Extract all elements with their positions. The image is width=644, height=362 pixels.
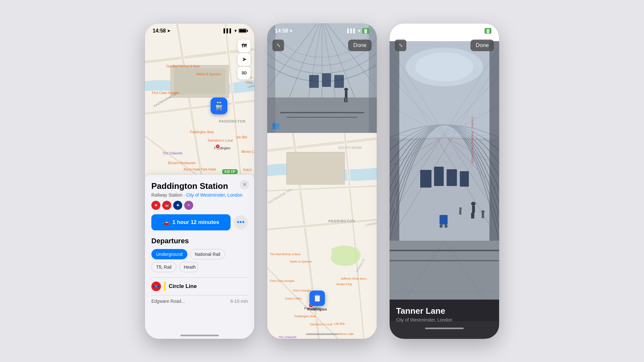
aqi-badge-1: AQI 19°: [222, 169, 238, 174]
place-name-1: Paddington Station: [151, 181, 248, 191]
filter-tabs-1: Underground National Rail TfL Rail Heath: [151, 249, 248, 272]
svg-text:TFL: TFL: [155, 285, 158, 287]
svg-rect-36: [346, 97, 347, 102]
ellipsis-icon-1: •••: [237, 218, 245, 226]
done-button-3[interactable]: Done: [470, 40, 494, 51]
map-area2-2[interactable]: PADDINGTON SOUTH WHAR EASTBOURNE TER. LO…: [267, 133, 377, 339]
svg-rect-35: [344, 97, 346, 102]
status-time-1: 14:58: [153, 28, 166, 34]
sv-person-icon-2: 👥: [272, 121, 280, 129]
svg-text:PADDINGTON: PADDINGTON: [328, 219, 355, 223]
bottom-caption-3: Tanner Lane City of Westminster, London: [390, 300, 499, 339]
station-pin-2[interactable]: 📋 Paddington: [309, 291, 325, 306]
badge-underground-1: ⊕: [151, 201, 160, 210]
svg-rect-74: [440, 215, 448, 225]
signal-icon-3: ▌▌▌: [470, 28, 479, 33]
directions-button-1[interactable]: 🚗 1 hour 12 minutes: [151, 214, 231, 230]
paddington-underground-marker: U: [215, 144, 220, 149]
svg-rect-71: [434, 167, 444, 186]
status-bar-2: 14:58 ➤ ▌▌▌ ▾ ▓: [267, 23, 377, 36]
phone-frame-1: 14:58 ➤ ▌▌▌ ▾: [145, 23, 254, 339]
departures-title-1: Departures: [151, 237, 248, 245]
location-button-1[interactable]: ➤: [238, 53, 251, 66]
svg-point-77: [471, 202, 476, 206]
transport-icons-1: ⊕ 🚌 ⊕ ✕: [151, 201, 248, 210]
badge-bus-1: 🚌: [162, 201, 171, 210]
wifi-icon-2: ▾: [358, 28, 360, 33]
wifi-icon-3: ▾: [480, 28, 483, 33]
location-arrow-3: ➤: [412, 29, 415, 33]
svg-rect-68: [390, 250, 499, 251]
svg-rect-34: [345, 91, 347, 97]
close-button-1[interactable]: ✕: [240, 180, 249, 190]
svg-rect-40: [287, 152, 345, 184]
circle-line-row: TFL Circle Line: [151, 277, 248, 295]
signal-icon-1: ▌▌▌: [223, 28, 232, 33]
svg-point-60: [415, 52, 473, 81]
location-arrow-1: ➤: [167, 29, 170, 33]
street-view-area-2[interactable]: ⤡ Done: [267, 23, 377, 133]
done-button-2[interactable]: Done: [348, 40, 372, 51]
svg-rect-38: [287, 117, 357, 118]
location-arrow-2: ➤: [289, 29, 293, 33]
circle-line-color: [164, 282, 166, 291]
status-bar-3: 14:58 ➤ ▌▌▌ ▾ ▓: [390, 23, 499, 36]
directions-label-1: 1 hour 12 minutes: [172, 219, 219, 226]
svg-point-76: [444, 225, 448, 228]
svg-point-33: [344, 88, 348, 91]
place-subtitle-1: Railway Station · City of Westminster, L…: [151, 192, 248, 198]
filter-national-rail[interactable]: National Rail: [190, 249, 225, 259]
wifi-icon-1: ▾: [234, 28, 237, 33]
interior-svg-3: PLATFORM: [390, 23, 499, 339]
home-indicator-3: [425, 328, 464, 329]
expand-button-3[interactable]: ⤡: [395, 40, 406, 51]
svg-rect-78: [472, 206, 475, 213]
svg-rect-69: [390, 260, 499, 261]
svg-rect-72: [447, 169, 457, 186]
filter-tfl-rail[interactable]: TfL Rail: [151, 262, 176, 272]
caption-subtitle-3: City of Westminster, London: [396, 317, 493, 322]
filter-heathrow[interactable]: Heath: [179, 262, 198, 272]
underground-logo: TFL: [151, 282, 161, 291]
badge-dlr-1: ⊕: [173, 201, 182, 210]
status-bar-1: 14:58 ➤ ▌▌▌ ▾: [145, 23, 254, 36]
svg-rect-37: [280, 112, 364, 113]
battery-3: ▓: [485, 28, 491, 34]
phone-frame-3: 14:58 ➤ ▌▌▌ ▾ ▓ ⤡ Done N: [390, 23, 499, 339]
full-photo-3[interactable]: PLATFORM ← 5 POINT... PADDINGTON STATION…: [390, 23, 499, 339]
svg-point-75: [440, 225, 443, 228]
map-layers-button-1[interactable]: 🗺: [238, 40, 251, 52]
edgware-row-hint: Edgware Road... 6-10 min: [151, 295, 248, 307]
svg-rect-2: [174, 69, 225, 94]
svg-rect-70: [420, 170, 431, 188]
car-icon-1: 🚗: [163, 219, 170, 226]
action-row-1: 🚗 1 hour 12 minutes •••: [151, 214, 248, 230]
svg-rect-84: [459, 210, 461, 215]
expand-button-2[interactable]: ⤡: [272, 40, 284, 51]
map-area-1[interactable]: EASTBOURNE TER. LONDON ST. PADDINGTON Th…: [145, 23, 254, 184]
phone-frame-2: 14:58 ➤ ▌▌▌ ▾ ▓ ⤡ Done: [267, 23, 377, 339]
svg-point-81: [481, 210, 485, 213]
battery-icon-1: [239, 29, 247, 33]
svg-rect-30: [309, 75, 319, 88]
svg-rect-82: [482, 213, 484, 218]
filter-underground[interactable]: Underground: [151, 249, 187, 259]
3d-button-1[interactable]: 3D: [238, 67, 251, 79]
status-time-2: 14:58: [275, 28, 288, 34]
circle-line-name: Circle Line: [169, 283, 197, 290]
svg-point-83: [459, 207, 462, 210]
svg-rect-80: [473, 213, 474, 218]
badge-crossrail-1: ✕: [184, 201, 193, 210]
wall-text-3: ← 5 POINT... PADDINGTON STATION →: [470, 113, 474, 167]
svg-rect-73: [460, 171, 469, 187]
svg-rect-79: [471, 213, 473, 218]
scroll-indicator-2: [306, 333, 338, 335]
station-pin-1[interactable]: 🚆: [211, 97, 227, 114]
svg-text:PADDINGTON: PADDINGTON: [219, 119, 246, 123]
bottom-sheet-1: ✕ Paddington Station Railway Station · C…: [145, 175, 254, 339]
svg-rect-31: [322, 73, 331, 87]
more-button-1[interactable]: •••: [234, 215, 248, 229]
status-time-3: 14:58: [397, 28, 411, 34]
svg-rect-23: [267, 97, 377, 133]
battery-green-2: ▓: [362, 28, 369, 34]
